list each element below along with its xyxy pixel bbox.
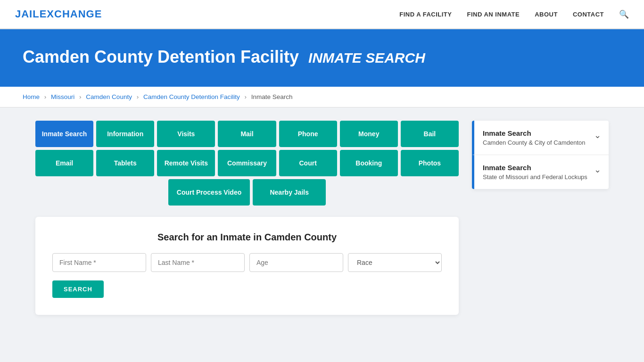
breadcrumb: Home › Missouri › Camden County › Camden… bbox=[0, 87, 644, 107]
breadcrumb-sep-4: › bbox=[245, 93, 247, 100]
breadcrumb-county[interactable]: Camden County bbox=[86, 93, 132, 100]
logo-exchange: EXCHANGE bbox=[40, 8, 102, 20]
age-input[interactable] bbox=[249, 253, 343, 272]
nav-links: FIND A FACILITY FIND AN INMATE ABOUT CON… bbox=[399, 9, 629, 19]
tab-court[interactable]: Court bbox=[279, 150, 337, 176]
right-sidebar: Inmate Search Camden County & City of Ca… bbox=[472, 121, 609, 189]
last-name-input[interactable] bbox=[151, 253, 245, 272]
race-select[interactable]: Race White Black Hispanic Asian Other bbox=[348, 253, 442, 272]
sidebar-item-missouri[interactable]: Inmate Search State of Missouri and Fede… bbox=[472, 155, 609, 189]
breadcrumb-state[interactable]: Missouri bbox=[51, 93, 74, 100]
sidebar-item-missouri-subtitle: State of Missouri and Federal Lockups bbox=[483, 173, 587, 181]
tab-remote-visits[interactable]: Remote Visits bbox=[157, 150, 215, 176]
sidebar-item-missouri-text: Inmate Search State of Missouri and Fede… bbox=[483, 164, 587, 181]
tab-email[interactable]: Email bbox=[35, 150, 93, 176]
breadcrumb-sep-3: › bbox=[137, 93, 139, 100]
left-column: Inmate Search Information Visits Mail Ph… bbox=[35, 121, 459, 315]
tab-mail[interactable]: Mail bbox=[218, 121, 276, 147]
navbar: JAILEXCHANGE FIND A FACILITY FIND AN INM… bbox=[0, 0, 644, 29]
tab-tablets[interactable]: Tablets bbox=[96, 150, 154, 176]
tab-visits[interactable]: Visits bbox=[157, 121, 215, 147]
tab-information[interactable]: Information bbox=[96, 121, 154, 147]
tab-booking[interactable]: Booking bbox=[340, 150, 398, 176]
logo-jail: JAIL bbox=[15, 8, 40, 20]
nav-find-facility[interactable]: FIND A FACILITY bbox=[399, 11, 452, 18]
chevron-down-icon-missouri: ⌄ bbox=[594, 165, 601, 175]
nav-contact[interactable]: CONTACT bbox=[573, 11, 604, 18]
nav-find-inmate[interactable]: FIND AN INMATE bbox=[467, 11, 520, 18]
tab-commissary[interactable]: Commissary bbox=[218, 150, 276, 176]
hero-subtitle: INMATE SEARCH bbox=[308, 50, 425, 66]
first-name-input[interactable] bbox=[52, 253, 146, 272]
tab-phone[interactable]: Phone bbox=[279, 121, 337, 147]
sidebar-item-camden-subtitle: Camden County & City of Camdenton bbox=[483, 139, 586, 146]
tab-inmate-search[interactable]: Inmate Search bbox=[35, 121, 93, 147]
nav-about[interactable]: ABOUT bbox=[535, 11, 558, 18]
site-logo[interactable]: JAILEXCHANGE bbox=[15, 8, 102, 20]
hero-banner: Camden County Detention Facility INMATE … bbox=[0, 29, 644, 87]
tabs-row-1: Inmate Search Information Visits Mail Ph… bbox=[35, 121, 459, 147]
sidebar-item-camden-title: Inmate Search bbox=[483, 129, 586, 137]
tab-nearby-jails[interactable]: Nearby Jails bbox=[253, 179, 326, 206]
sidebar-item-camden-text: Inmate Search Camden County & City of Ca… bbox=[483, 129, 586, 146]
breadcrumb-home[interactable]: Home bbox=[23, 93, 40, 100]
tabs-row-3: Court Process Video Nearby Jails bbox=[35, 179, 459, 206]
tab-money[interactable]: Money bbox=[340, 121, 398, 147]
breadcrumb-facility[interactable]: Camden County Detention Facility bbox=[143, 93, 240, 100]
nav-search-button[interactable]: 🔍 bbox=[619, 9, 629, 19]
tab-photos[interactable]: Photos bbox=[401, 150, 459, 176]
search-title: Search for an Inmate in Camden County bbox=[52, 232, 442, 243]
facility-name: Camden County Detention Facility bbox=[23, 47, 299, 66]
search-form-row: Race White Black Hispanic Asian Other bbox=[52, 253, 442, 272]
search-card: Search for an Inmate in Camden County Ra… bbox=[35, 217, 459, 315]
main-area: Inmate Search Information Visits Mail Ph… bbox=[20, 107, 624, 328]
tab-court-process-video[interactable]: Court Process Video bbox=[168, 179, 250, 206]
hero-title: Camden County Detention Facility INMATE … bbox=[23, 47, 621, 67]
breadcrumb-current: Inmate Search bbox=[251, 93, 293, 100]
search-button[interactable]: SEARCH bbox=[52, 280, 104, 298]
chevron-down-icon-camden: ⌄ bbox=[594, 130, 601, 140]
breadcrumb-sep-2: › bbox=[79, 93, 82, 100]
sidebar-card: Inmate Search Camden County & City of Ca… bbox=[472, 121, 609, 189]
sidebar-item-camden[interactable]: Inmate Search Camden County & City of Ca… bbox=[472, 121, 609, 155]
tabs-row-2: Email Tablets Remote Visits Commissary C… bbox=[35, 150, 459, 176]
breadcrumb-sep-1: › bbox=[44, 93, 47, 100]
tab-bail[interactable]: Bail bbox=[401, 121, 459, 147]
sidebar-item-missouri-title: Inmate Search bbox=[483, 164, 587, 172]
